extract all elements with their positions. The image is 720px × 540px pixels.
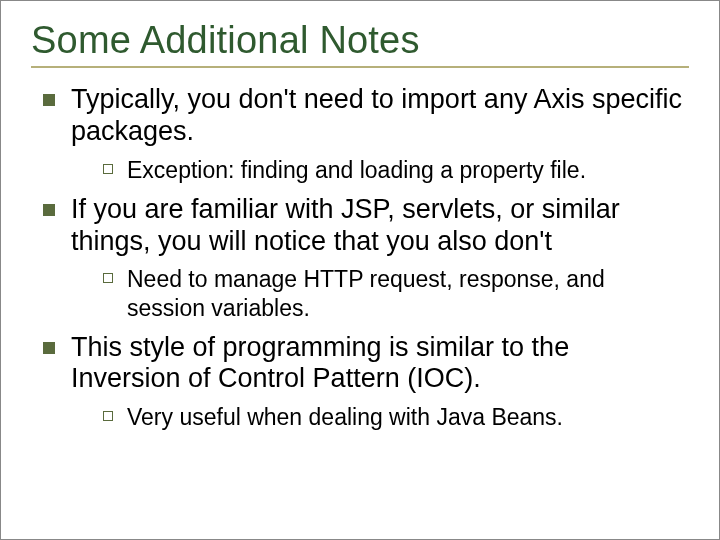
slide-container: { "title": "Some Additional Notes", "bul… bbox=[0, 0, 720, 540]
list-item: This style of programming is similar to … bbox=[37, 332, 683, 432]
list-item-text: This style of programming is similar to … bbox=[71, 332, 569, 394]
sub-list: Exception: finding and loading a propert… bbox=[71, 156, 683, 184]
list-item-text: Need to manage HTTP request, response, a… bbox=[127, 266, 605, 320]
list-item: If you are familiar with JSP, servlets, … bbox=[37, 194, 683, 322]
list-item: Need to manage HTTP request, response, a… bbox=[99, 265, 683, 321]
list-item-text: If you are familiar with JSP, servlets, … bbox=[71, 194, 620, 256]
list-item: Very useful when dealing with Java Beans… bbox=[99, 403, 683, 431]
bullet-list: Typically, you don't need to import any … bbox=[31, 84, 689, 431]
title-rule: Some Additional Notes bbox=[31, 19, 689, 68]
sub-list: Very useful when dealing with Java Beans… bbox=[71, 403, 683, 431]
list-item: Typically, you don't need to import any … bbox=[37, 84, 683, 184]
list-item-text: Typically, you don't need to import any … bbox=[71, 84, 682, 146]
slide-title: Some Additional Notes bbox=[31, 19, 689, 62]
list-item: Exception: finding and loading a propert… bbox=[99, 156, 683, 184]
sub-list: Need to manage HTTP request, response, a… bbox=[71, 265, 683, 321]
list-item-text: Exception: finding and loading a propert… bbox=[127, 157, 586, 183]
list-item-text: Very useful when dealing with Java Beans… bbox=[127, 404, 563, 430]
